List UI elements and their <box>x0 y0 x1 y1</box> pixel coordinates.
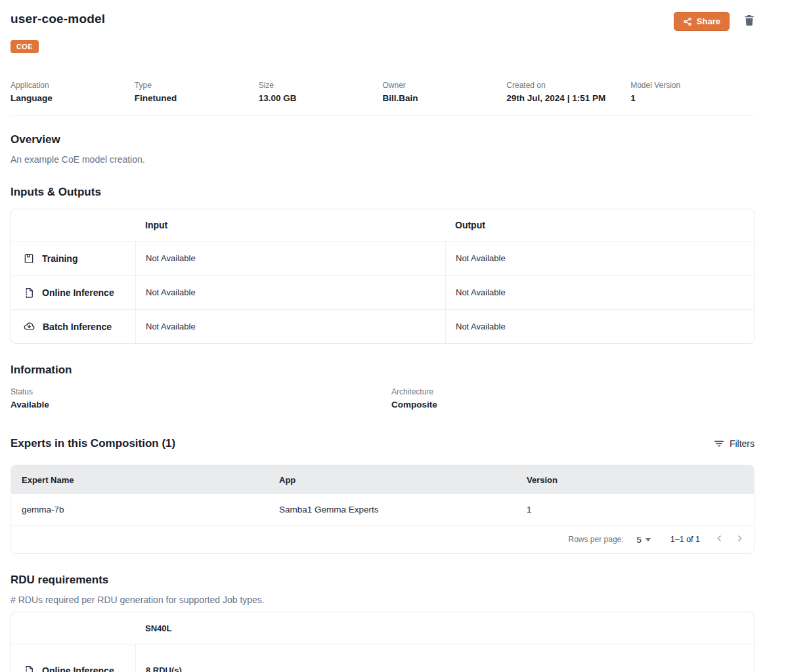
meta-field-model-version: Model Version 1 <box>630 81 755 103</box>
page-title: user-coe-model <box>11 12 105 26</box>
information-heading: Information <box>11 364 755 377</box>
batch-inference-input: Not Available <box>135 310 445 343</box>
row-label: Online Inference <box>42 287 114 298</box>
expert-version-cell: 1 <box>516 494 754 525</box>
model-detail-page: user-coe-model Share <box>0 0 788 672</box>
row-label: Batch Inference <box>43 322 112 332</box>
meta-field-application: Application Language <box>11 81 135 103</box>
info-field-architecture: Architecture Composite <box>391 387 755 410</box>
chevron-left-icon <box>714 534 724 545</box>
row-label: Online Inference <box>42 665 114 672</box>
experts-heading: Experts in this Composition (1) <box>11 437 175 450</box>
filter-icon <box>714 439 724 448</box>
rdu-table: SN40L Online Inference 8 RDU(s) <box>11 612 755 672</box>
trash-icon <box>744 14 755 28</box>
online-inference-output: Not Available <box>445 276 754 309</box>
share-icon <box>683 17 692 26</box>
file-icon <box>23 665 35 672</box>
table-row-batch-inference: Batch Inference Not Available Not Availa… <box>11 309 754 343</box>
previous-page-button[interactable] <box>714 534 724 545</box>
training-output: Not Available <box>445 242 754 275</box>
model-meta-strip: Application Language Type Finetuned Size… <box>11 81 755 103</box>
delete-button[interactable] <box>744 14 755 28</box>
file-icon <box>23 287 35 299</box>
overview-heading: Overview <box>11 133 755 146</box>
inputs-outputs-heading: Inputs & Outputs <box>11 186 755 199</box>
col-version: Version <box>516 465 754 494</box>
experts-header-row: Experts in this Composition (1) Filters <box>11 437 755 450</box>
header-actions: Share <box>674 12 755 31</box>
table-row-online-inference: Online Inference Not Available Not Avail… <box>11 275 754 309</box>
chevron-down-icon <box>646 538 651 541</box>
coe-badge: COE <box>11 40 39 53</box>
rdu-description: # RDUs required per RDU generation for s… <box>11 595 755 605</box>
batch-inference-output: Not Available <box>445 310 754 343</box>
pagination-range: 1–1 of 1 <box>670 535 700 544</box>
rdu-sn40l-value: 8 RDU(s) <box>135 644 754 672</box>
chevron-right-icon <box>735 534 745 545</box>
rdu-heading: RDU requirements <box>11 574 755 587</box>
meta-field-size: Size 13.00 GB <box>259 81 383 103</box>
info-field-status: Status Available <box>11 387 391 410</box>
rdu-table-header: SN40L <box>11 612 754 644</box>
io-col-input: Input <box>135 209 445 241</box>
filters-label: Filters <box>730 438 755 449</box>
information-fields: Status Available Architecture Composite <box>11 387 755 410</box>
meta-field-created-on: Created on 29th Jul, 2024 | 1:51 PM <box>506 81 630 103</box>
experts-table: Expert Name App Version gemma-7b Samba1 … <box>11 465 755 554</box>
row-label: Training <box>42 253 77 264</box>
experts-table-header: Expert Name App Version <box>11 465 754 494</box>
inputs-outputs-table: Input Output Training Not Available Not … <box>11 209 755 344</box>
page-header: user-coe-model Share <box>11 12 755 31</box>
experts-pagination: Rows per page: 5 1–1 of 1 <box>11 526 754 553</box>
table-row-rdu-online-inference: Online Inference 8 RDU(s) <box>11 644 754 672</box>
expert-app-cell: Samba1 Gemma Experts <box>269 494 516 525</box>
share-button[interactable]: Share <box>674 12 730 31</box>
table-row-expert[interactable]: gemma-7b Samba1 Gemma Experts 1 <box>11 494 754 526</box>
online-inference-input: Not Available <box>135 276 445 309</box>
rows-per-page-label: Rows per page: <box>569 535 624 544</box>
share-button-label: Share <box>697 16 720 26</box>
io-col-output: Output <box>445 209 754 241</box>
book-icon <box>23 253 35 264</box>
training-input: Not Available <box>135 242 445 275</box>
divider <box>11 115 755 116</box>
io-table-header: Input Output <box>11 209 754 241</box>
meta-field-type: Type Finetuned <box>135 81 259 103</box>
col-app: App <box>269 465 516 494</box>
next-page-button[interactable] <box>735 534 745 545</box>
table-row-training: Training Not Available Not Available <box>11 241 754 275</box>
expert-name-cell: gemma-7b <box>11 494 269 525</box>
overview-description: An example CoE model creation. <box>11 154 755 165</box>
meta-field-owner: Owner Bill.Bain <box>382 81 506 103</box>
col-expert-name: Expert Name <box>11 465 269 494</box>
rdu-col-sn40l: SN40L <box>135 612 754 644</box>
filters-button[interactable]: Filters <box>714 438 755 449</box>
rows-per-page-select[interactable]: 5 <box>637 535 651 545</box>
cloud-download-icon <box>23 320 35 333</box>
